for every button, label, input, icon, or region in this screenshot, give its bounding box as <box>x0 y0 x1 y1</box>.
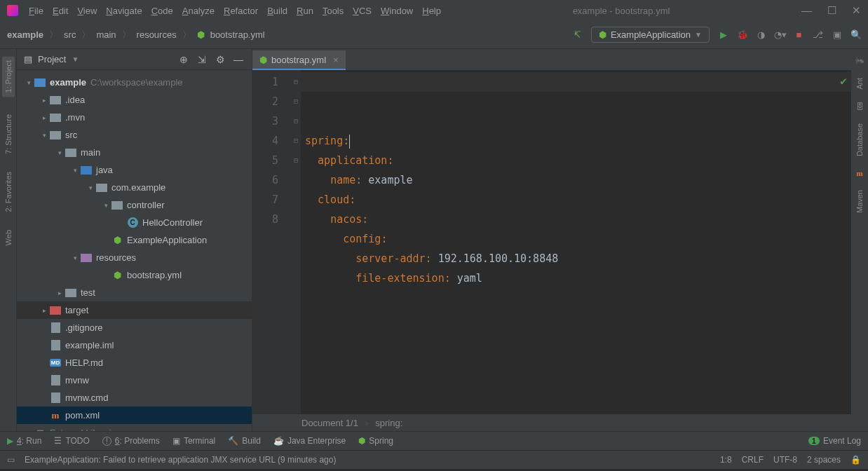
close-button[interactable]: ✕ <box>852 4 861 17</box>
tool-web[interactable]: Web <box>4 230 13 245</box>
stop-icon[interactable]: ■ <box>794 29 804 40</box>
maximize-button[interactable]: ☐ <box>827 4 836 17</box>
tree-item-controller[interactable]: ▾controller <box>17 196 252 214</box>
bottom-tool-javaenterprise[interactable]: ☕ Java Enterprise <box>273 436 346 446</box>
tree-item-example[interactable]: ▾exampleC:\workspace\example <box>17 74 252 91</box>
inspections-ok-icon[interactable]: ✔ <box>840 74 847 88</box>
event-log[interactable]: 1 Event Log <box>808 436 861 446</box>
menu-navigate[interactable]: Navigate <box>106 6 142 16</box>
file-icon <box>49 375 62 386</box>
menu-tools[interactable]: Tools <box>323 6 344 16</box>
tool-favorites[interactable]: 2: Favorites <box>4 172 13 212</box>
bottom-tool-spring[interactable]: ⬢ Spring <box>358 436 393 446</box>
menu-file[interactable]: File <box>29 6 43 16</box>
profile-icon[interactable]: ◔▾ <box>775 29 785 40</box>
screen-icon[interactable]: ▣ <box>832 29 842 40</box>
crumb-src[interactable]: src <box>64 29 76 40</box>
tree-item-java[interactable]: ▾java <box>17 161 252 179</box>
crumb-main[interactable]: main <box>96 29 116 40</box>
line-separator[interactable]: CRLF <box>742 455 764 465</box>
run-config-label: ExampleApplication <box>611 29 691 40</box>
crumb-resources[interactable]: resources <box>137 29 177 40</box>
tree-item-example-iml[interactable]: example.iml <box>17 336 252 354</box>
tree-item--mvn[interactable]: ▸.mvn <box>17 109 252 126</box>
tree-item-target[interactable]: ▸target <box>17 301 252 319</box>
debug-icon[interactable]: 🐞 <box>737 29 747 40</box>
bottom-tool-run[interactable]: ▶ 4: Run <box>7 436 41 446</box>
menu-code[interactable]: Code <box>151 6 173 16</box>
line-gutter: 12345678 <box>252 70 291 414</box>
menu-edit[interactable]: Edit <box>53 6 68 16</box>
menu-refactor[interactable]: Refactor <box>224 6 258 16</box>
tree-item-resources[interactable]: ▾resources <box>17 249 252 266</box>
menu-analyze[interactable]: Analyze <box>182 6 215 16</box>
editor-tabs: ⬢ bootstrap.yml × <box>252 49 851 70</box>
tree-item-pom-xml[interactable]: mpom.xml <box>17 407 252 424</box>
mod-icon <box>34 77 46 88</box>
tree-item-src[interactable]: ▾src <box>17 126 252 144</box>
bottom-tool-todo[interactable]: ☰ TODO <box>54 436 89 446</box>
crumb-bootstrap.yml[interactable]: bootstrap.yml <box>210 29 265 40</box>
editor-tab[interactable]: ⬢ bootstrap.yml × <box>252 50 346 70</box>
run-icon[interactable]: ▶ <box>718 29 728 40</box>
tool-project[interactable]: 1: Project <box>2 56 15 97</box>
minimize-button[interactable]: — <box>801 4 812 17</box>
run-configuration-selector[interactable]: ⬢ ExampleApplication ▼ <box>591 27 710 43</box>
tool-maven[interactable]: Maven <box>855 190 864 213</box>
bottom-tool-build[interactable]: 🔨 Build <box>228 436 261 446</box>
bottom-tool-terminal[interactable]: ▣ Terminal <box>172 436 215 446</box>
svg-rect-11 <box>65 289 76 297</box>
search-icon[interactable]: 🔍 <box>850 29 861 40</box>
code-path[interactable]: spring: <box>375 418 402 428</box>
tree-item-test[interactable]: ▸test <box>17 284 252 301</box>
tree-item-mvnw[interactable]: mvnw <box>17 371 252 389</box>
tree-item-hellocontroller[interactable]: CHelloController <box>17 214 252 231</box>
left-tool-strip: 1: Project7: Structure2: FavoritesWeb <box>0 49 17 431</box>
file-icon <box>49 392 62 404</box>
coverage-icon[interactable]: ◑ <box>756 29 766 40</box>
tree-item--idea[interactable]: ▸.idea <box>17 91 252 109</box>
tool-database[interactable]: Database <box>855 123 864 156</box>
tree-item-main[interactable]: ▾main <box>17 144 252 161</box>
tree-item-exampleapplication[interactable]: ⬢ExampleApplication <box>17 231 252 249</box>
doc-counter: Document 1/1 <box>301 418 358 428</box>
menu-view[interactable]: View <box>77 6 97 16</box>
tool-ant[interactable]: Ant <box>855 78 864 90</box>
tree-item-mvnw-cmd[interactable]: mvnw.cmd <box>17 389 252 407</box>
menu-build[interactable]: Build <box>267 6 287 16</box>
tree-item-external-libraries[interactable]: ▸⊞External Libraries <box>17 424 252 431</box>
spring-icon: ⬢ <box>599 29 606 40</box>
file-encoding[interactable]: UTF-8 <box>773 455 797 465</box>
dir-icon <box>65 147 77 158</box>
menu-window[interactable]: Window <box>381 6 413 16</box>
collapse-icon[interactable]: ⇲ <box>196 54 208 65</box>
tree-item-bootstrap-yml[interactable]: ⬢bootstrap.yml <box>17 266 252 284</box>
menu-vcs[interactable]: VCS <box>353 6 372 16</box>
pkg-icon <box>111 200 123 211</box>
svg-rect-10 <box>81 254 92 262</box>
git-icon[interactable]: ⎇ <box>813 29 823 40</box>
code-content[interactable]: spring: application: name: example cloud… <box>301 70 851 414</box>
bottom-tool-problems[interactable]: ! 6: Problems <box>102 436 160 446</box>
caret-position[interactable]: 1:8 <box>720 455 732 465</box>
menu-run[interactable]: Run <box>297 6 313 16</box>
hammer-icon[interactable]: ↸ <box>572 29 583 40</box>
fold-column[interactable]: ⊟⊟⊟⊟⊟ <box>291 70 301 414</box>
tool-structure[interactable]: 7: Structure <box>4 114 13 154</box>
hide-icon[interactable]: — <box>232 54 245 65</box>
tree-item--gitignore[interactable]: .gitignore <box>17 319 252 336</box>
tree-item-com-example[interactable]: ▾com.example <box>17 179 252 196</box>
indent-setting[interactable]: 2 spaces <box>807 455 841 465</box>
lock-icon[interactable]: 🔒 <box>850 455 861 465</box>
close-tab-icon[interactable]: × <box>333 55 339 65</box>
chevron-down-icon[interactable]: ▼ <box>72 55 79 63</box>
project-tree[interactable]: ▾exampleC:\workspace\example▸.idea▸.mvn▾… <box>17 70 252 431</box>
crumb-example[interactable]: example <box>7 29 43 40</box>
code-area[interactable]: 12345678 ⊟⊟⊟⊟⊟ spring: application: name… <box>252 70 851 414</box>
menu-help[interactable]: Help <box>422 6 441 16</box>
settings-icon[interactable]: ⚙ <box>214 54 226 65</box>
locate-icon[interactable]: ⊕ <box>177 54 190 65</box>
tree-item-help-md[interactable]: MDHELP.md <box>17 354 252 371</box>
svg-rect-1 <box>50 96 61 104</box>
status-icon[interactable]: ▭ <box>7 455 15 465</box>
